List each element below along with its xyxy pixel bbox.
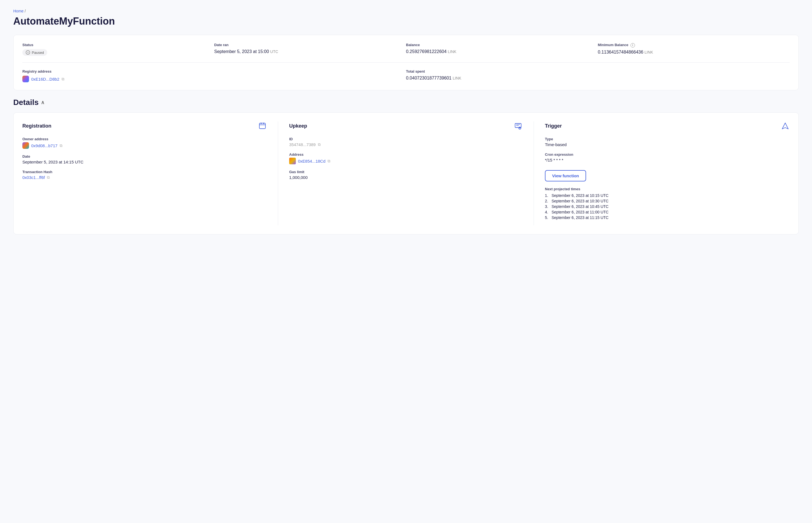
details-section-heading: Details ∧ <box>13 98 799 107</box>
projected-times-list: 1. September 6, 2023 at 10:15 UTC 2. Sep… <box>545 193 790 220</box>
registry-address-field: Registry address 0xE16D...D8b2 ⧉ <box>22 69 406 82</box>
upkeep-icon <box>514 122 523 130</box>
date-ran-value: September 5, 2023 at 15:00 UTC <box>214 49 406 54</box>
cron-value: */15 * * * * <box>545 158 790 162</box>
projected-time-1: 1. September 6, 2023 at 10:15 UTC <box>545 193 790 198</box>
balance-label: Balance <box>406 43 598 47</box>
projected-time-2: 2. September 6, 2023 at 10:30 UTC <box>545 199 790 203</box>
min-balance-value: 0.11364157484866436 LINK <box>598 50 790 55</box>
balance-field: Balance 0.259276981222604 LINK <box>406 43 598 56</box>
owner-address-field: Owner address 0x9d08...b717 ⧉ <box>22 137 267 149</box>
owner-copy-icon[interactable]: ⧉ <box>60 143 62 148</box>
status-field: Status ✕ Paused <box>22 43 214 56</box>
tx-hash-label: Transaction Hash <box>22 170 267 174</box>
svg-rect-1 <box>261 123 261 124</box>
gas-limit-value: 1,000,000 <box>289 175 523 180</box>
svg-rect-0 <box>259 123 266 129</box>
min-balance-field: Minimum Balance i 0.11364157484866436 LI… <box>598 43 790 56</box>
total-spent-field: Total spent 0.04072301877739601 LINK <box>406 69 790 82</box>
projected-times-field: Next projected times 1. September 6, 202… <box>545 187 790 220</box>
details-card: Registration Owner address 0x9d08...b717… <box>13 112 799 234</box>
breadcrumb: Home / <box>13 9 799 13</box>
svg-marker-9 <box>782 123 788 129</box>
registration-icon <box>258 122 267 130</box>
owner-address-link[interactable]: 0x9d08...b717 <box>31 143 57 148</box>
registry-label: Registry address <box>22 69 406 73</box>
cron-field: Cron expression */15 * * * * <box>545 152 790 162</box>
total-spent-label: Total spent <box>406 69 790 73</box>
registration-section: Registration Owner address 0x9d08...b717… <box>22 122 278 225</box>
trigger-title: Trigger <box>545 123 562 129</box>
cron-label: Cron expression <box>545 152 790 157</box>
status-label: Status <box>22 43 214 47</box>
breadcrumb-home[interactable]: Home <box>13 9 23 13</box>
svg-rect-2 <box>263 123 264 124</box>
trigger-section: Trigger Type Time-based Cron expression … <box>534 122 790 225</box>
projected-time-3: 3. September 6, 2023 at 10:45 UTC <box>545 204 790 209</box>
tx-hash-field: Transaction Hash 0x03c1...ff6f ⧉ <box>22 170 267 180</box>
breadcrumb-separator: / <box>24 9 26 13</box>
upkeep-section: Upkeep ID 354748...7389 ⧉ Address <box>278 122 534 225</box>
registration-date-field: Date September 5, 2023 at 14:15 UTC <box>22 155 267 164</box>
gas-limit-label: Gas limit <box>289 170 523 174</box>
total-spent-value: 0.04072301877739601 LINK <box>406 76 790 80</box>
upkeep-id-value: 354748...7389 <box>289 142 316 147</box>
projected-time-4: 4. September 6, 2023 at 11:00 UTC <box>545 210 790 214</box>
registration-title: Registration <box>22 123 51 129</box>
page-title: AutomateMyFunction <box>13 16 799 27</box>
upkeep-title: Upkeep <box>289 123 307 129</box>
upkeep-address-label: Address <box>289 152 523 157</box>
trigger-type-value: Time-based <box>545 142 790 147</box>
tx-hash-copy-icon[interactable]: ⧉ <box>47 175 50 180</box>
trigger-icon <box>781 122 790 130</box>
upkeep-id-field: ID 354748...7389 ⧉ <box>289 137 523 147</box>
chevron-up-icon[interactable]: ∧ <box>41 100 44 106</box>
info-icon: i <box>631 43 635 48</box>
upkeep-id-copy-icon[interactable]: ⧉ <box>318 142 321 147</box>
min-balance-label: Minimum Balance i <box>598 43 790 48</box>
balance-value: 0.259276981222604 LINK <box>406 49 598 54</box>
upkeep-address-field: Address 0xE854...18Cd ⧉ <box>289 152 523 164</box>
date-ran-field: Date ran September 5, 2023 at 15:00 UTC <box>214 43 406 56</box>
status-value: Paused <box>32 51 44 55</box>
owner-avatar <box>22 142 29 149</box>
trigger-type-field: Type Time-based <box>545 137 790 147</box>
paused-icon: ✕ <box>26 50 30 55</box>
owner-label: Owner address <box>22 137 267 141</box>
upkeep-address-link[interactable]: 0xE854...18Cd <box>298 159 325 163</box>
status-badge: ✕ Paused <box>22 49 214 56</box>
registry-address-link[interactable]: 0xE16D...D8b2 <box>31 77 59 82</box>
upkeep-avatar <box>289 158 296 164</box>
upkeep-address-copy-icon[interactable]: ⧉ <box>328 159 330 163</box>
registry-avatar <box>22 76 29 82</box>
upkeep-id-label: ID <box>289 137 523 141</box>
status-card: Status ✕ Paused Date ran September 5, 20… <box>13 35 799 90</box>
date-ran-label: Date ran <box>214 43 406 47</box>
registry-copy-icon[interactable]: ⧉ <box>61 77 64 82</box>
reg-date-value: September 5, 2023 at 14:15 UTC <box>22 160 267 164</box>
registry-address-row: 0xE16D...D8b2 ⧉ <box>22 76 406 82</box>
projected-time-5: 5. September 6, 2023 at 11:15 UTC <box>545 215 790 220</box>
projected-times-label: Next projected times <box>545 187 790 191</box>
view-function-button[interactable]: View function <box>545 170 586 181</box>
tx-hash-link[interactable]: 0x03c1...ff6f <box>22 175 45 180</box>
gas-limit-field: Gas limit 1,000,000 <box>289 170 523 180</box>
reg-date-label: Date <box>22 155 267 159</box>
trigger-type-label: Type <box>545 137 790 141</box>
svg-point-8 <box>520 128 520 129</box>
